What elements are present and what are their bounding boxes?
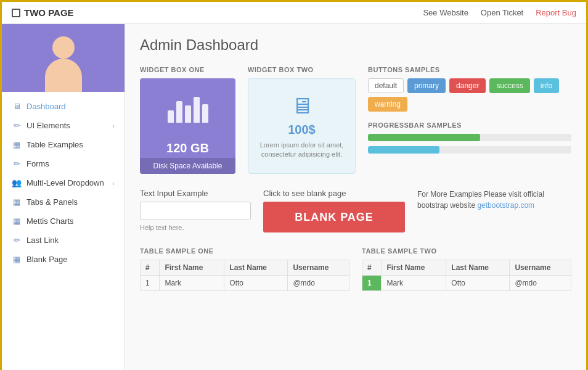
multi-level-icon: 👥	[12, 178, 22, 187]
sidebar-item-last-link[interactable]: ✏ Last Link	[2, 231, 125, 250]
table-two-cell-firstname: Mark	[382, 276, 446, 291]
logo-box-icon	[12, 9, 20, 17]
sidebar-label-dashboard: Dashboard	[27, 102, 66, 111]
ui-elements-icon: ✏	[12, 121, 22, 130]
widget-box-two-label: WIDGET BOX TWO	[248, 66, 356, 73]
table-one-cell-firstname: Mark	[160, 276, 224, 291]
table-row: 1 Mark Otto @mdo	[141, 276, 349, 291]
sidebar-label-blank-page: Blank Page	[27, 255, 68, 264]
sidebar-avatar	[2, 24, 125, 92]
avatar	[42, 36, 85, 92]
table-two-section: TABLE SAMPLE TWO # First Name Last Name …	[362, 247, 571, 291]
tables-row: TABLE SAMPLE ONE # First Name Last Name …	[140, 247, 571, 291]
main-content: Admin Dashboard WIDGET BOX ONE	[125, 24, 586, 370]
avatar-body	[45, 59, 82, 92]
sidebar-label-tabs-panels: Tabs & Panels	[27, 197, 78, 207]
widget-two-value: 100$	[288, 123, 316, 137]
sidebar-item-table-examples[interactable]: ▦ Table Examples	[2, 135, 125, 154]
sidebar-item-ui-elements[interactable]: ✏ UI Elements ‹	[2, 116, 125, 135]
sidebar-item-multi-level[interactable]: 👥 Multi-Level Dropdown ‹	[2, 173, 125, 192]
logo: TWO PAGE	[12, 7, 74, 18]
table-one-col-username: Username	[288, 260, 349, 276]
widgets-row: WIDGET BOX ONE 120 GB Disk Space Availab…	[140, 66, 571, 174]
progressbar-section: PROGRESSBAR SAMPLES	[368, 121, 571, 154]
table-one-cell-lastname: Otto	[224, 276, 288, 291]
middle-row: Text Input Example Help text here. Click…	[140, 189, 571, 232]
monitor-icon: 🖥	[291, 93, 313, 119]
table-two: # First Name Last Name Username 1 Mark O…	[362, 260, 571, 291]
progress-fill-green	[368, 134, 480, 141]
progressbar-label: PROGRESSBAR SAMPLES	[368, 121, 571, 129]
table-one-header-row: # First Name Last Name Username	[141, 260, 349, 276]
table-one-section: TABLE SAMPLE ONE # First Name Last Name …	[140, 247, 349, 291]
btn-danger[interactable]: danger	[449, 78, 486, 93]
charts-icon: ▦	[12, 216, 22, 226]
table-one-col-lastname: Last Name	[224, 260, 288, 276]
table-two-cell-hash: 1	[362, 276, 382, 291]
open-ticket-link[interactable]: Open Ticket	[481, 8, 523, 17]
bootstrap-link[interactable]: getbootstrap.com	[477, 201, 534, 210]
btn-success[interactable]: success	[489, 78, 529, 93]
blank-page-icon: ▦	[12, 255, 22, 264]
widget-one-footer: Disk Space Available	[140, 158, 235, 174]
table-one-label: TABLE SAMPLE ONE	[140, 247, 349, 255]
buttons-label: BUTTONS SAMPLES	[368, 66, 571, 73]
dashboard-icon: 🖥	[12, 102, 22, 111]
sidebar-item-blank-page[interactable]: ▦ Blank Page	[2, 250, 125, 269]
see-website-link[interactable]: See Website	[423, 8, 468, 17]
text-input-section: Text Input Example Help text here.	[140, 189, 251, 231]
tabs-icon: ▦	[12, 197, 22, 207]
table-icon: ▦	[12, 140, 22, 149]
sidebar-item-forms[interactable]: ✏ Forms	[2, 154, 125, 173]
table-one-col-hash: #	[141, 260, 160, 276]
progress-fill-blue	[368, 146, 439, 154]
sidebar-item-mettis-charts[interactable]: ▦ Mettis Charts	[2, 212, 125, 231]
table-two-col-firstname: First Name	[382, 260, 446, 276]
chevron-right-icon-2: ‹	[112, 179, 115, 187]
table-two-header-row: # First Name Last Name Username	[362, 260, 571, 276]
sidebar-label-ui-elements: UI Elements	[27, 121, 70, 130]
btn-default[interactable]: default	[368, 78, 404, 93]
buttons-progressbar-section: BUTTONS SAMPLES default primary danger s…	[368, 66, 571, 158]
sidebar-item-tabs-panels[interactable]: ▦ Tabs & Panels	[2, 192, 125, 212]
buttons-row: default primary danger success info warn…	[368, 78, 571, 112]
logo-text: TWO PAGE	[24, 7, 74, 18]
btn-info[interactable]: info	[534, 78, 559, 93]
widget-box-one: 120 GB Disk Space Available	[140, 78, 235, 174]
table-row: 1 Mark Otto @mdo	[362, 276, 571, 291]
progress-bar-green-track	[368, 134, 571, 141]
table-two-cell-username: @mdo	[510, 276, 571, 291]
table-one-col-firstname: First Name	[160, 260, 224, 276]
page-title: Admin Dashboard	[140, 36, 571, 54]
sidebar-label-multi-level: Multi-Level Dropdown	[27, 178, 104, 187]
blank-page-button[interactable]: BLANK PAGE	[263, 202, 405, 232]
widget-box-two: 🖥 100$ Lorem ipsum dolor sit amet, conse…	[248, 78, 356, 174]
bar-chart-icon	[168, 97, 208, 123]
report-bug-link[interactable]: Report Bug	[536, 8, 576, 17]
btn-primary[interactable]: primary	[407, 78, 446, 93]
top-navigation: TWO PAGE See Website Open Ticket Report …	[2, 2, 586, 24]
more-examples: For More Examples Please visit official …	[417, 189, 571, 211]
btn-warning[interactable]: warning	[368, 97, 407, 112]
text-input[interactable]	[140, 202, 251, 220]
sidebar-item-dashboard[interactable]: 🖥 Dashboard	[2, 97, 125, 116]
table-one: # First Name Last Name Username 1 Mark O…	[140, 260, 349, 291]
table-one-cell-hash: 1	[141, 276, 160, 291]
forms-icon: ✏	[12, 159, 22, 168]
sidebar-label-forms: Forms	[27, 159, 49, 168]
widget-one-value: 120 GB	[166, 141, 209, 155]
chevron-right-icon: ‹	[112, 122, 115, 130]
table-two-label: TABLE SAMPLE TWO	[362, 247, 571, 255]
sidebar-label-table-examples: Table Examples	[27, 140, 83, 149]
main-layout: 🖥 Dashboard ✏ UI Elements ‹ ▦ Table Exam…	[2, 24, 586, 370]
top-nav-links: See Website Open Ticket Report Bug	[423, 8, 576, 17]
sidebar-label-last-link: Last Link	[27, 236, 59, 245]
table-two-col-hash: #	[362, 260, 382, 276]
table-two-col-lastname: Last Name	[446, 260, 510, 276]
help-text: Help text here.	[140, 224, 251, 231]
widget-box-one-label: WIDGET BOX ONE	[140, 66, 235, 73]
widget-box-one-section: WIDGET BOX ONE 120 GB Disk Space Availab…	[140, 66, 235, 174]
table-one-cell-username: @mdo	[288, 276, 349, 291]
widget-box-two-section: WIDGET BOX TWO 🖥 100$ Lorem ipsum dolor …	[248, 66, 356, 174]
text-input-label: Text Input Example	[140, 189, 251, 198]
